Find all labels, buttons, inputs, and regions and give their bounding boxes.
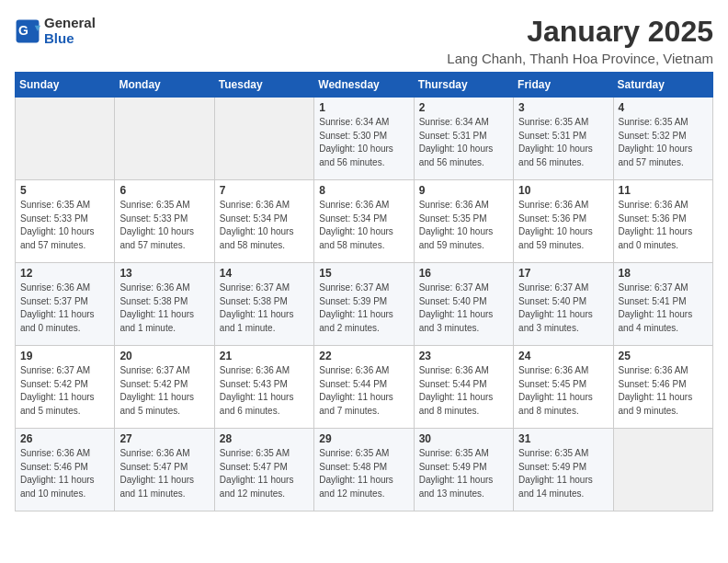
calendar-title: January 2025	[447, 15, 713, 49]
day-number: 21	[220, 350, 309, 362]
calendar-cell: 25Sunrise: 6:36 AM Sunset: 5:46 PM Dayli…	[613, 346, 712, 429]
week-row-5: 26Sunrise: 6:36 AM Sunset: 5:46 PM Dayli…	[16, 429, 713, 511]
calendar-cell: 3Sunrise: 6:35 AM Sunset: 5:31 PM Daylig…	[514, 98, 613, 180]
calendar-table: SundayMondayTuesdayWednesdayThursdayFrid…	[15, 72, 713, 511]
calendar-cell: 8Sunrise: 6:36 AM Sunset: 5:34 PM Daylig…	[314, 180, 414, 263]
day-number: 8	[319, 184, 408, 197]
day-number: 14	[220, 267, 309, 280]
calendar-cell: 22Sunrise: 6:36 AM Sunset: 5:44 PM Dayli…	[314, 346, 414, 429]
day-info: Sunrise: 6:37 AM Sunset: 5:39 PM Dayligh…	[319, 282, 408, 335]
weekday-header-thursday: Thursday	[414, 73, 513, 98]
day-number: 25	[619, 350, 708, 362]
calendar-cell: 17Sunrise: 6:37 AM Sunset: 5:40 PM Dayli…	[514, 263, 613, 346]
calendar-cell: 31Sunrise: 6:35 AM Sunset: 5:49 PM Dayli…	[514, 429, 613, 511]
day-info: Sunrise: 6:34 AM Sunset: 5:31 PM Dayligh…	[419, 116, 508, 169]
weekday-header-tuesday: Tuesday	[214, 73, 313, 98]
weekday-header-monday: Monday	[115, 73, 214, 98]
day-number: 24	[518, 350, 608, 362]
day-info: Sunrise: 6:36 AM Sunset: 5:35 PM Dayligh…	[419, 199, 508, 252]
day-info: Sunrise: 6:36 AM Sunset: 5:47 PM Dayligh…	[119, 447, 209, 500]
calendar-cell: 19Sunrise: 6:37 AM Sunset: 5:42 PM Dayli…	[16, 346, 115, 429]
calendar-cell: 7Sunrise: 6:36 AM Sunset: 5:34 PM Daylig…	[214, 180, 313, 263]
calendar-cell: 6Sunrise: 6:35 AM Sunset: 5:33 PM Daylig…	[115, 180, 214, 263]
calendar-cell: 23Sunrise: 6:36 AM Sunset: 5:44 PM Dayli…	[414, 346, 513, 429]
day-number: 2	[419, 101, 508, 114]
day-info: Sunrise: 6:35 AM Sunset: 5:31 PM Dayligh…	[518, 116, 608, 169]
day-info: Sunrise: 6:36 AM Sunset: 5:36 PM Dayligh…	[518, 199, 608, 252]
day-info: Sunrise: 6:36 AM Sunset: 5:43 PM Dayligh…	[220, 364, 309, 418]
weekday-header-row: SundayMondayTuesdayWednesdayThursdayFrid…	[16, 73, 713, 98]
calendar-cell: 5Sunrise: 6:35 AM Sunset: 5:33 PM Daylig…	[16, 180, 115, 263]
day-number: 10	[518, 184, 608, 197]
day-info: Sunrise: 6:35 AM Sunset: 5:49 PM Dayligh…	[419, 447, 508, 500]
day-info: Sunrise: 6:35 AM Sunset: 5:32 PM Dayligh…	[619, 116, 708, 169]
day-number: 27	[119, 432, 209, 445]
calendar-cell: 30Sunrise: 6:35 AM Sunset: 5:49 PM Dayli…	[414, 429, 513, 511]
day-number: 6	[119, 184, 209, 197]
day-info: Sunrise: 6:36 AM Sunset: 5:44 PM Dayligh…	[419, 364, 508, 418]
calendar-cell: 4Sunrise: 6:35 AM Sunset: 5:32 PM Daylig…	[613, 98, 712, 180]
day-info: Sunrise: 6:37 AM Sunset: 5:42 PM Dayligh…	[20, 364, 109, 418]
day-info: Sunrise: 6:35 AM Sunset: 5:33 PM Dayligh…	[20, 199, 109, 252]
week-row-1: 1Sunrise: 6:34 AM Sunset: 5:30 PM Daylig…	[16, 98, 713, 180]
calendar-cell: 16Sunrise: 6:37 AM Sunset: 5:40 PM Dayli…	[414, 263, 513, 346]
day-number: 18	[619, 267, 708, 280]
weekday-header-friday: Friday	[514, 73, 613, 98]
day-info: Sunrise: 6:35 AM Sunset: 5:33 PM Dayligh…	[119, 199, 209, 252]
day-number: 20	[119, 350, 209, 362]
day-info: Sunrise: 6:37 AM Sunset: 5:41 PM Dayligh…	[619, 282, 708, 335]
day-info: Sunrise: 6:36 AM Sunset: 5:46 PM Dayligh…	[20, 447, 109, 500]
day-number: 23	[419, 350, 508, 362]
page-header: G General Blue January 2025 Lang Chanh, …	[15, 15, 713, 66]
calendar-cell: 9Sunrise: 6:36 AM Sunset: 5:35 PM Daylig…	[414, 180, 513, 263]
day-info: Sunrise: 6:36 AM Sunset: 5:44 PM Dayligh…	[319, 364, 408, 418]
calendar-cell: 26Sunrise: 6:36 AM Sunset: 5:46 PM Dayli…	[16, 429, 115, 511]
day-info: Sunrise: 6:36 AM Sunset: 5:45 PM Dayligh…	[518, 364, 608, 418]
calendar-cell: 27Sunrise: 6:36 AM Sunset: 5:47 PM Dayli…	[115, 429, 214, 511]
day-info: Sunrise: 6:36 AM Sunset: 5:34 PM Dayligh…	[319, 199, 408, 252]
calendar-cell	[115, 98, 214, 180]
day-number: 7	[220, 184, 309, 197]
calendar-cell: 12Sunrise: 6:36 AM Sunset: 5:37 PM Dayli…	[16, 263, 115, 346]
day-number: 11	[619, 184, 708, 197]
day-number: 5	[20, 184, 109, 197]
calendar-cell: 18Sunrise: 6:37 AM Sunset: 5:41 PM Dayli…	[613, 263, 712, 346]
calendar-cell: 24Sunrise: 6:36 AM Sunset: 5:45 PM Dayli…	[514, 346, 613, 429]
calendar-cell: 1Sunrise: 6:34 AM Sunset: 5:30 PM Daylig…	[314, 98, 414, 180]
calendar-cell: 15Sunrise: 6:37 AM Sunset: 5:39 PM Dayli…	[314, 263, 414, 346]
day-number: 16	[419, 267, 508, 280]
logo-icon: G	[15, 18, 40, 44]
svg-text:G: G	[18, 22, 28, 37]
day-number: 9	[419, 184, 508, 197]
logo: G General Blue	[15, 15, 96, 47]
day-info: Sunrise: 6:37 AM Sunset: 5:42 PM Dayligh…	[119, 364, 209, 418]
calendar-cell: 10Sunrise: 6:36 AM Sunset: 5:36 PM Dayli…	[514, 180, 613, 263]
title-block: January 2025 Lang Chanh, Thanh Hoa Provi…	[447, 15, 713, 66]
day-info: Sunrise: 6:37 AM Sunset: 5:38 PM Dayligh…	[220, 282, 309, 335]
calendar-subtitle: Lang Chanh, Thanh Hoa Province, Vietnam	[447, 51, 713, 66]
day-number: 28	[220, 432, 309, 445]
logo-blue-text: Blue	[44, 30, 74, 46]
calendar-cell: 29Sunrise: 6:35 AM Sunset: 5:48 PM Dayli…	[314, 429, 414, 511]
day-info: Sunrise: 6:35 AM Sunset: 5:49 PM Dayligh…	[518, 447, 608, 500]
day-info: Sunrise: 6:36 AM Sunset: 5:38 PM Dayligh…	[119, 282, 209, 335]
calendar-cell: 2Sunrise: 6:34 AM Sunset: 5:31 PM Daylig…	[414, 98, 513, 180]
calendar-cell	[16, 98, 115, 180]
calendar-cell: 20Sunrise: 6:37 AM Sunset: 5:42 PM Dayli…	[115, 346, 214, 429]
day-number: 12	[20, 267, 109, 280]
day-number: 13	[119, 267, 209, 280]
calendar-cell: 28Sunrise: 6:35 AM Sunset: 5:47 PM Dayli…	[214, 429, 313, 511]
day-info: Sunrise: 6:36 AM Sunset: 5:46 PM Dayligh…	[619, 364, 708, 418]
week-row-4: 19Sunrise: 6:37 AM Sunset: 5:42 PM Dayli…	[16, 346, 713, 429]
day-info: Sunrise: 6:37 AM Sunset: 5:40 PM Dayligh…	[419, 282, 508, 335]
weekday-header-saturday: Saturday	[613, 73, 712, 98]
day-info: Sunrise: 6:36 AM Sunset: 5:37 PM Dayligh…	[20, 282, 109, 335]
day-number: 30	[419, 432, 508, 445]
calendar-cell: 13Sunrise: 6:36 AM Sunset: 5:38 PM Dayli…	[115, 263, 214, 346]
day-number: 17	[518, 267, 608, 280]
day-number: 22	[319, 350, 408, 362]
day-number: 4	[619, 101, 708, 114]
day-number: 1	[319, 101, 408, 114]
weekday-header-sunday: Sunday	[16, 73, 115, 98]
day-number: 29	[319, 432, 408, 445]
